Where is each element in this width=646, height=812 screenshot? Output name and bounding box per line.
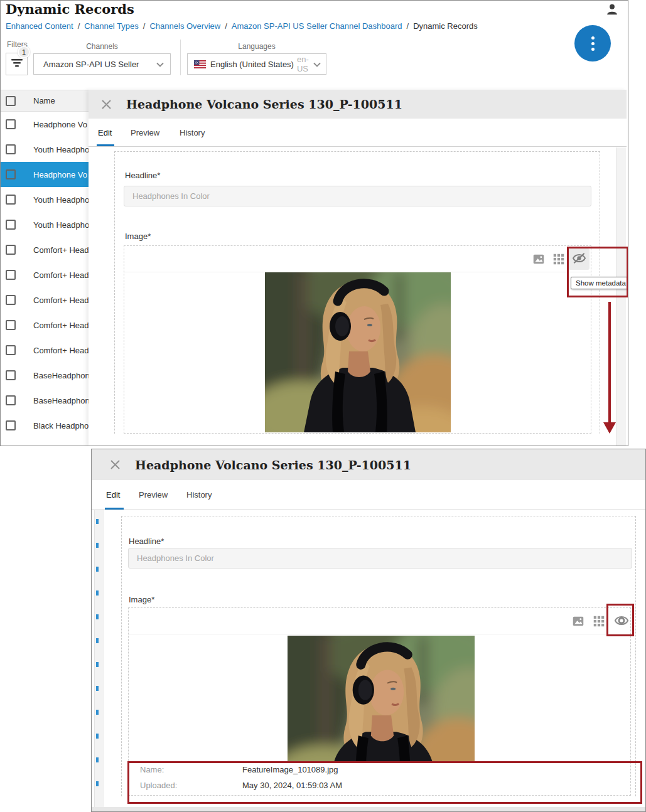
picture-icon[interactable] bbox=[571, 614, 585, 628]
row-checkbox[interactable] bbox=[6, 370, 16, 380]
row-checkbox[interactable] bbox=[6, 245, 16, 255]
table-row[interactable]: Comfort+ Head bbox=[1, 262, 89, 287]
languages-value: English (United States) bbox=[210, 60, 294, 69]
row-label: Comfort+ Head bbox=[33, 270, 89, 280]
image-toolbar bbox=[124, 246, 591, 272]
account-icon[interactable] bbox=[605, 3, 619, 16]
row-label: Headphone Vo bbox=[33, 170, 87, 179]
record-panel-header: Headphone Volcano Series 130_P-100511 bbox=[89, 90, 627, 119]
headline-label: Headline* bbox=[129, 537, 164, 546]
table-row-partial[interactable] bbox=[1, 438, 89, 446]
row-checkbox[interactable] bbox=[6, 144, 16, 154]
select-all-checkbox[interactable] bbox=[6, 96, 16, 106]
annotation-arrow-head bbox=[603, 422, 616, 434]
image-label: Image* bbox=[129, 595, 154, 604]
tab-edit[interactable]: Edit bbox=[106, 480, 120, 510]
tab-preview[interactable]: Preview bbox=[131, 119, 159, 146]
tab-history[interactable]: History bbox=[180, 119, 205, 146]
image-field bbox=[124, 245, 591, 434]
picture-icon[interactable] bbox=[532, 252, 546, 266]
row-label: Comfort+ Head bbox=[33, 321, 89, 330]
panel-bottom-bar bbox=[92, 807, 645, 811]
table-row[interactable]: BaseHeadphon bbox=[1, 363, 89, 388]
page-title: Dynamic Records bbox=[6, 1, 134, 17]
row-label: Youth Headpho bbox=[33, 220, 89, 230]
table-row[interactable]: Youth Headpho bbox=[1, 187, 89, 212]
image-toolbar bbox=[129, 608, 630, 634]
list-remnant-mark bbox=[96, 543, 99, 548]
tab-edit[interactable]: Edit bbox=[98, 119, 112, 146]
list-remnant-mark bbox=[96, 686, 99, 691]
table-row[interactable]: BaseHeadphon bbox=[1, 388, 89, 413]
breadcrumb-link-channels-overview[interactable]: Channels Overview bbox=[149, 21, 220, 31]
row-checkbox[interactable] bbox=[6, 270, 16, 280]
chevron-down-icon bbox=[156, 60, 164, 69]
row-checkbox[interactable] bbox=[6, 295, 16, 305]
channels-value: Amazon SP-API US Seller bbox=[43, 60, 156, 69]
row-checkbox[interactable] bbox=[6, 320, 16, 330]
list-remnant-mark bbox=[96, 757, 99, 762]
grid-dots-icon[interactable] bbox=[592, 614, 606, 628]
row-checkbox[interactable] bbox=[6, 446, 16, 446]
row-label: Comfort+ Head bbox=[33, 245, 89, 255]
list-header: Name bbox=[1, 90, 89, 112]
record-title: Headphone Volcano Series 130_P-100511 bbox=[126, 97, 402, 111]
main-screenshot: Dynamic Records Enhanced Content / Chann… bbox=[0, 0, 628, 446]
row-label: BaseHeadphon bbox=[33, 371, 89, 380]
row-label: Comfort+ Head bbox=[33, 346, 89, 355]
row-checkbox[interactable] bbox=[6, 220, 16, 230]
row-label: Headphone Vo bbox=[33, 120, 87, 129]
list-remnant-strip bbox=[94, 510, 104, 807]
close-button[interactable] bbox=[99, 97, 113, 111]
grid-dots-icon[interactable] bbox=[552, 252, 566, 266]
list-remnant-mark bbox=[96, 710, 99, 715]
active-tab-underline bbox=[105, 508, 124, 510]
languages-locale: en-US bbox=[297, 55, 313, 73]
row-checkbox[interactable] bbox=[6, 119, 16, 129]
breadcrumb-link-channel-dashboard[interactable]: Amazon SP-API US Seller Channel Dashboar… bbox=[232, 21, 402, 31]
table-row[interactable]: Black Headpho bbox=[1, 413, 89, 438]
list-remnant-mark bbox=[96, 734, 99, 739]
more-actions-fab[interactable] bbox=[574, 25, 611, 61]
list-remnant-mark bbox=[96, 590, 99, 596]
table-row[interactable]: Comfort+ Head bbox=[1, 313, 89, 338]
divider bbox=[180, 40, 181, 75]
chevron-down-icon bbox=[313, 60, 321, 69]
row-label: BaseHeadphon bbox=[33, 396, 89, 405]
tab-preview[interactable]: Preview bbox=[139, 480, 168, 510]
headline-input[interactable] bbox=[124, 186, 591, 206]
table-row-selected[interactable]: Headphone Vo bbox=[1, 162, 89, 187]
breadcrumb: Enhanced Content / Channel Types / Chann… bbox=[6, 21, 478, 31]
table-row[interactable]: Youth Headpho bbox=[1, 137, 89, 162]
filter-count-badge: 1 bbox=[18, 46, 30, 58]
row-checkbox[interactable] bbox=[6, 395, 16, 405]
channels-select[interactable]: Amazon SP-API US Seller bbox=[33, 53, 171, 75]
breadcrumb-separator: / bbox=[225, 21, 227, 31]
row-label: Comfort+ Head bbox=[33, 296, 89, 305]
active-tab-underline bbox=[97, 144, 114, 146]
row-label: Black Headpho bbox=[33, 421, 89, 430]
product-photo bbox=[288, 636, 475, 762]
row-checkbox[interactable] bbox=[6, 420, 16, 430]
name-column-header: Name bbox=[33, 96, 55, 105]
table-row[interactable]: Youth Headpho bbox=[1, 212, 89, 237]
row-checkbox[interactable] bbox=[6, 195, 16, 205]
list-remnant-mark bbox=[96, 519, 99, 524]
breadcrumb-link-enhanced-content[interactable]: Enhanced Content bbox=[6, 21, 73, 31]
channels-label: Channels bbox=[33, 42, 171, 51]
record-title: Headphone Volcano Series 130_P-100511 bbox=[135, 458, 411, 472]
table-row[interactable]: Comfort+ Head bbox=[1, 338, 89, 363]
breadcrumb-link-channel-types[interactable]: Channel Types bbox=[84, 21, 139, 31]
languages-select[interactable]: English (United States) en-US bbox=[187, 53, 326, 75]
headline-input[interactable] bbox=[128, 548, 632, 569]
table-row[interactable]: Comfort+ Head bbox=[1, 287, 89, 313]
row-checkbox[interactable] bbox=[6, 345, 16, 355]
row-checkbox[interactable] bbox=[6, 169, 16, 179]
table-row[interactable]: Headphone Vo bbox=[1, 112, 89, 137]
annotation-box-metadata bbox=[127, 761, 642, 804]
table-row[interactable]: Comfort+ Head bbox=[1, 237, 89, 262]
close-button[interactable] bbox=[108, 458, 122, 472]
list-remnant-mark bbox=[96, 662, 99, 667]
breadcrumb-current: Dynamic Records bbox=[413, 21, 478, 31]
tab-history[interactable]: History bbox=[186, 480, 212, 510]
